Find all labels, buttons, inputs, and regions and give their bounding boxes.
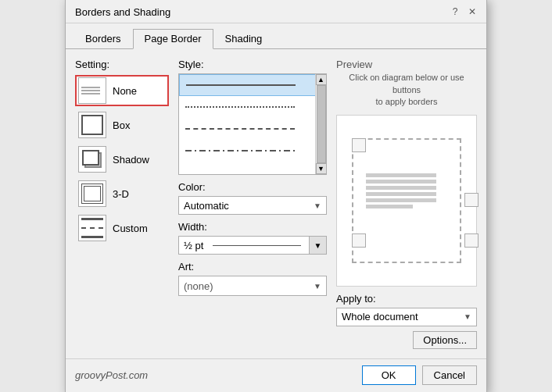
title-icons: ? ✕ [447, 4, 480, 20]
custom-icon [78, 215, 106, 241]
preview-content [366, 152, 444, 230]
style-scrollbar[interactable]: ▲ ▼ [315, 74, 326, 174]
width-label: Width: [178, 221, 327, 233]
apply-to-section: Apply to: Whole document ▼ Options... [336, 293, 477, 349]
options-button[interactable]: Options... [413, 331, 477, 349]
tab-bar: Borders Page Border Shading [66, 23, 486, 49]
setting-custom-label: Custom [113, 223, 148, 234]
apply-to-value: Whole document [342, 311, 418, 323]
setting-3d[interactable]: 3-D [75, 178, 169, 209]
border-btn-bottom-right[interactable] [464, 233, 479, 248]
setting-shadow-label: Shadow [113, 154, 149, 166]
color-label: Color: [178, 181, 327, 193]
style-column: Style: ▲ ▼ [178, 59, 327, 348]
box-icon [78, 112, 106, 138]
cancel-button[interactable]: Cancel [422, 365, 477, 385]
art-value: (none) [184, 280, 213, 292]
title-bar: Borders and Shading ? ✕ [66, 0, 486, 23]
apply-to-arrow-icon: ▼ [464, 312, 471, 321]
style-dotted[interactable] [179, 96, 326, 118]
tab-shading[interactable]: Shading [213, 29, 274, 49]
footer-buttons: OK Cancel [362, 365, 477, 385]
setting-column: Setting: None Box [75, 59, 169, 348]
brand-label: groovyPost.com [75, 369, 148, 381]
setting-box[interactable]: Box [75, 109, 169, 141]
preview-description: Click on diagram below or use buttonsto … [336, 72, 477, 108]
width-dropdown-icon[interactable]: ▼ [309, 237, 326, 254]
setting-label: Setting: [75, 59, 169, 70]
scroll-up[interactable]: ▲ [316, 74, 327, 85]
apply-to-dropdown[interactable]: Whole document ▼ [336, 308, 477, 326]
color-dropdown[interactable]: Automatic ▼ [178, 196, 327, 215]
art-section: Art: (none) ▼ [178, 261, 327, 296]
dialog-body: Setting: None Box [66, 49, 486, 358]
color-value: Automatic [184, 200, 229, 212]
setting-none-label: None [113, 85, 137, 97]
width-value: ½ pt [184, 240, 203, 251]
3d-icon [78, 180, 106, 207]
preview-inner [344, 130, 469, 271]
setting-shadow[interactable]: Shadow [75, 144, 169, 175]
scroll-thumb[interactable] [317, 85, 326, 163]
setting-box-label: Box [113, 119, 130, 131]
shadow-icon [78, 146, 106, 173]
art-dropdown[interactable]: (none) ▼ [178, 276, 327, 296]
border-btn-top-right[interactable] [464, 193, 479, 207]
style-label: Style: [178, 59, 327, 70]
color-arrow-icon: ▼ [314, 201, 321, 210]
setting-none[interactable]: None [75, 75, 169, 106]
tab-borders[interactable]: Borders [73, 29, 133, 49]
width-section: Width: ½ pt ▼ [178, 221, 327, 255]
style-dashdot[interactable] [179, 140, 326, 162]
ok-button[interactable]: OK [362, 365, 416, 385]
dialog-title: Borders and Shading [75, 6, 170, 18]
setting-3d-label: 3-D [113, 188, 129, 200]
color-section: Color: Automatic ▼ [178, 181, 327, 215]
close-icon[interactable]: ✕ [464, 4, 480, 20]
tab-page-border[interactable]: Page Border [133, 29, 213, 49]
preview-area[interactable] [336, 115, 477, 287]
style-dashed[interactable] [179, 118, 326, 140]
preview-column: Preview Click on diagram below or use bu… [336, 59, 477, 348]
style-solid[interactable] [179, 74, 326, 96]
dialog-footer: groovyPost.com OK Cancel [66, 358, 486, 392]
none-icon [78, 77, 106, 104]
style-listbox[interactable]: ▲ ▼ [178, 73, 327, 175]
help-icon[interactable]: ? [447, 4, 463, 20]
apply-to-label: Apply to: [336, 293, 477, 305]
dialog-borders-shading: Borders and Shading ? ✕ Borders Page Bor… [65, 0, 487, 392]
setting-custom[interactable]: Custom [75, 212, 169, 244]
border-btn-top-left[interactable] [352, 138, 366, 152]
art-arrow-icon: ▼ [314, 282, 321, 290]
border-btn-bottom-left[interactable] [352, 233, 366, 248]
scroll-down[interactable]: ▼ [316, 163, 327, 174]
width-field[interactable]: ½ pt ▼ [178, 236, 327, 255]
preview-label: Preview [336, 59, 477, 70]
art-label: Art: [178, 261, 327, 273]
